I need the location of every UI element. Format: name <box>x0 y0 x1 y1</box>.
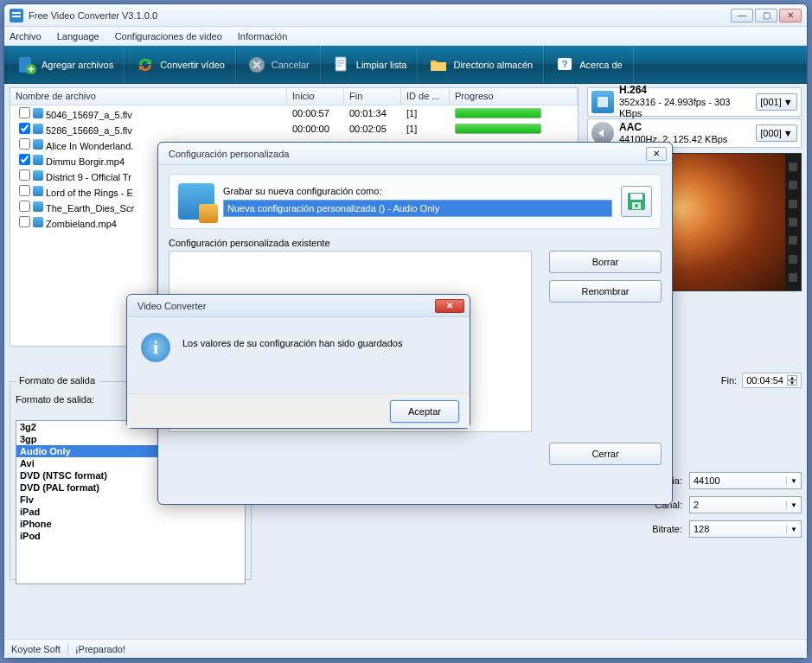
video-codec-detail: 352x316 - 24.993fps - 303 KBps <box>619 97 730 118</box>
clear-label: Limpiar lista <box>356 60 407 70</box>
alert-ok-button[interactable]: Aceptar <box>390 400 459 423</box>
about-button[interactable]: ? Acerca de <box>544 46 634 83</box>
frequency-select[interactable]: 44100▼ <box>689 472 802 489</box>
bitrate-select[interactable]: 128▼ <box>689 520 802 538</box>
row-checkbox[interactable] <box>19 154 30 165</box>
row-checkbox[interactable] <box>19 123 30 134</box>
close-button[interactable]: ✕ <box>779 9 802 22</box>
rename-config-button[interactable]: Renombrar <box>549 280 662 303</box>
video-codec-icon <box>591 91 614 113</box>
spinner-down-icon[interactable]: ▼ <box>787 380 797 386</box>
file-name: Alice In Wonderland. <box>46 141 133 151</box>
folder-icon <box>429 55 448 74</box>
channel-select[interactable]: 2▼ <box>689 496 802 513</box>
table-row[interactable]: 5286_15669_a_5.flv00:00:0000:02:05[1] <box>10 121 578 137</box>
output-format-tab[interactable]: Formato de salida <box>16 375 99 386</box>
file-name: 5286_15669_a_5.flv <box>46 125 132 136</box>
row-checkbox[interactable] <box>19 216 30 227</box>
col-start[interactable]: Inicio <box>287 88 344 105</box>
file-icon <box>33 201 43 212</box>
config-dialog-title: Configuración personalizada <box>169 149 646 159</box>
file-id: [1] <box>401 108 450 118</box>
titlebar: Free Video Converter V3.1.0.0 — ▢ ✕ <box>4 4 807 27</box>
alert-close-button[interactable]: ✕ <box>435 299 464 313</box>
file-name: The_Earth_Dies_Scr <box>46 203 134 214</box>
format-option[interactable]: iPhone <box>16 518 245 530</box>
end-time-spinner[interactable]: 00:04:54 ▲▼ <box>742 373 802 388</box>
file-name: Zombieland.mp4 <box>46 219 117 229</box>
row-checkbox[interactable] <box>19 201 30 212</box>
filmstrip-right <box>785 154 801 290</box>
output-dir-button[interactable]: Directorio almacén <box>418 46 544 83</box>
file-name: 5046_15697_a_5.flv <box>46 110 132 120</box>
file-icon <box>33 124 43 134</box>
col-name[interactable]: Nombre de archivo <box>10 88 287 105</box>
bitrate-label: Bitrate: <box>652 524 682 534</box>
convert-icon <box>136 55 155 74</box>
svg-point-14 <box>635 204 638 207</box>
alert-titlebar: Video Converter ✕ <box>127 295 470 317</box>
config-dialog-titlebar: Configuración personalizada ✕ <box>158 143 672 165</box>
audio-codec-select[interactable]: [000]▼ <box>756 124 797 142</box>
cancel-label: Cancelar <box>272 60 310 70</box>
video-codec-row: H.264352x316 - 24.993fps - 303 KBps [001… <box>587 87 802 117</box>
svg-rect-1 <box>12 12 21 14</box>
help-icon: ? <box>555 55 574 74</box>
minimize-button[interactable]: — <box>731 9 753 22</box>
add-files-button[interactable]: Agregar archivos <box>6 46 125 83</box>
row-checkbox[interactable] <box>19 138 30 150</box>
vendor-label: Koyote Soft <box>11 644 61 654</box>
format-option[interactable]: iPad <box>16 506 245 518</box>
app-icon <box>10 9 23 22</box>
format-option[interactable]: iPod <box>16 530 245 542</box>
config-name-input[interactable] <box>223 200 612 217</box>
add-files-label: Agregar archivos <box>42 60 113 70</box>
file-icon <box>33 155 43 165</box>
codec-info: H.264352x316 - 24.993fps - 303 KBps [001… <box>587 87 802 150</box>
menu-language[interactable]: Language <box>57 31 99 41</box>
svg-text:?: ? <box>562 59 568 69</box>
save-config-button[interactable] <box>621 186 652 217</box>
chevron-down-icon: ▼ <box>786 526 797 533</box>
col-end[interactable]: Fin <box>344 88 401 105</box>
file-icon <box>33 170 43 181</box>
col-progress[interactable]: Progreso <box>450 88 578 105</box>
cancel-button: Cancelar <box>236 46 321 83</box>
maximize-button[interactable]: ▢ <box>755 9 777 22</box>
convert-button[interactable]: Convertir vídeo <box>125 46 236 83</box>
delete-config-button[interactable]: Borrar <box>549 251 662 273</box>
row-checkbox[interactable] <box>19 185 30 196</box>
video-codec-name: H.264 <box>619 84 647 96</box>
audio-codec-name: AAC <box>619 121 642 133</box>
alert-dialog: Video Converter ✕ i Los valores de su co… <box>126 294 470 429</box>
cancel-icon <box>247 55 266 74</box>
config-film-icon <box>178 183 214 220</box>
chevron-down-icon: ▼ <box>783 128 793 138</box>
file-id: [1] <box>401 124 450 134</box>
clear-list-button[interactable]: Limpiar lista <box>321 46 419 83</box>
end-time-control: Fin: 00:04:54 ▲▼ <box>721 373 802 388</box>
file-start: 00:00:57 <box>287 108 344 118</box>
menu-archivo[interactable]: Archivo <box>10 31 42 41</box>
video-codec-select[interactable]: [001]▼ <box>756 93 797 111</box>
close-config-button[interactable]: Cerrar <box>549 443 662 465</box>
file-list-header: Nombre de archivo Inicio Fin ID de ... P… <box>10 88 578 105</box>
progress-bar <box>455 108 541 118</box>
menu-config-video[interactable]: Configuraciones de video <box>115 31 222 41</box>
status-bar: Koyote Soft ¡Preparado! <box>4 639 807 658</box>
about-label: Acerca de <box>579 60 623 70</box>
save-config-label: Grabar su nueva configuración como: <box>223 186 612 196</box>
save-config-row: Grabar su nueva configuración como: <box>169 174 662 229</box>
row-checkbox[interactable] <box>19 107 30 118</box>
row-checkbox[interactable] <box>19 169 30 181</box>
menu-informacion[interactable]: Información <box>238 31 287 41</box>
floppy-disk-icon <box>626 191 647 212</box>
alert-message: Los valores de su configuración han sido… <box>182 333 402 348</box>
end-time-label: Fin: <box>721 375 737 386</box>
config-dialog-close-button[interactable]: ✕ <box>646 147 667 161</box>
chevron-down-icon: ▼ <box>783 97 793 107</box>
file-icon <box>33 139 43 150</box>
col-id[interactable]: ID de ... <box>401 88 450 105</box>
file-name: District 9 - Official Tr <box>46 172 131 182</box>
table-row[interactable]: 5046_15697_a_5.flv00:00:5700:01:34[1] <box>10 105 578 121</box>
